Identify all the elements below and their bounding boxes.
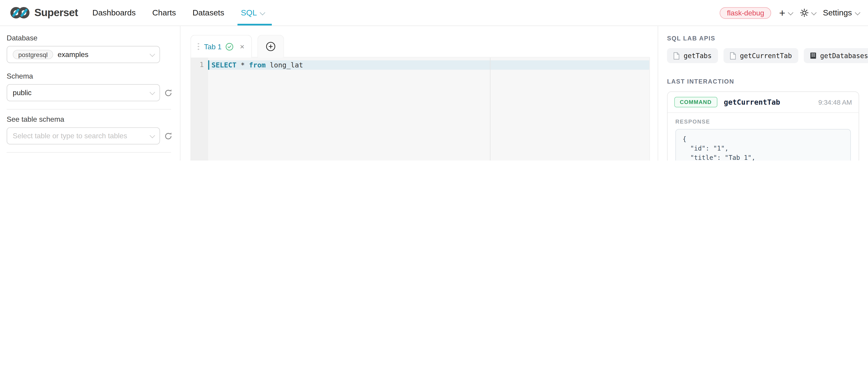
superset-logo[interactable]: Superset — [10, 5, 78, 20]
editor-tabstrip: Tab 1 × — [190, 32, 650, 58]
sql-code-editor[interactable]: 1 SELECT * from long_lat — [191, 58, 649, 161]
theme-toggle[interactable] — [800, 8, 815, 17]
apis-title: SQL LAB APIS — [667, 35, 859, 41]
editor-code-area[interactable]: SELECT * from long_lat — [208, 58, 650, 161]
nav-menu: Dashboards Charts Datasets SQL — [92, 0, 264, 26]
last-interaction-card: COMMAND getCurrentTab 9:34:48 AM RESPONS… — [667, 91, 859, 160]
nav-item-dashboards[interactable]: Dashboards — [92, 0, 136, 26]
sql-keyword: from — [249, 61, 266, 69]
chevron-down-icon — [150, 90, 155, 95]
database-engine-tag: postgresql — [13, 50, 53, 59]
schema-value: public — [13, 89, 32, 97]
refresh-schemas-button[interactable] — [164, 88, 173, 97]
sql-lab-api-panel: SQL LAB APIS getTabs getCurrentTab — [658, 26, 868, 161]
last-interaction-title: LAST INTERACTION — [667, 78, 859, 85]
line-number: 1 — [191, 60, 204, 69]
superset-logo-icon — [10, 5, 30, 20]
get-tabs-label: getTabs — [684, 52, 712, 60]
nav-item-sql[interactable]: SQL — [241, 0, 264, 26]
chevron-down-icon — [811, 9, 816, 15]
cabinet-icon — [810, 52, 816, 59]
get-current-tab-button[interactable]: getCurrentTab — [723, 48, 798, 63]
file-icon — [730, 52, 736, 60]
chevron-down-icon — [855, 9, 860, 15]
api-buttons: getTabs getCurrentTab — [667, 48, 859, 63]
close-tab-icon[interactable]: × — [240, 42, 244, 51]
interaction-body: RESPONSE { "id": "1", "title": "Tab 1", … — [668, 113, 859, 160]
response-json: { "id": "1", "title": "Tab 1", "editor":… — [682, 134, 843, 160]
table-select[interactable]: Select table or type to search tables — [7, 127, 160, 144]
get-tabs-button[interactable]: getTabs — [667, 48, 718, 63]
refresh-icon — [164, 88, 173, 97]
chevron-down-icon — [787, 9, 793, 15]
sidebar-divider — [7, 152, 171, 153]
command-name: getCurrentTab — [724, 98, 780, 106]
chevron-down-icon — [150, 51, 155, 57]
schema-select[interactable]: public — [7, 84, 160, 101]
refresh-icon — [164, 131, 173, 140]
schema-sidebar: Database postgresql examples Schema publ… — [0, 26, 181, 161]
settings-label: Settings — [823, 8, 852, 17]
settings-menu[interactable]: Settings — [823, 8, 859, 17]
sun-icon — [800, 8, 808, 17]
sql-text: * — [237, 61, 249, 69]
response-code-block: { "id": "1", "title": "Tab 1", "editor":… — [675, 129, 851, 161]
database-select[interactable]: postgresql examples — [7, 46, 160, 63]
sql-editor-area: Tab 1 × 1 — [181, 26, 658, 161]
editor-card: 1 SELECT * from long_lat Run LIMIT: 1 00… — [190, 58, 650, 161]
database-label: Database — [7, 34, 175, 42]
schema-label: Schema — [7, 72, 175, 80]
chevron-down-icon — [150, 133, 155, 138]
database-value: examples — [58, 51, 89, 59]
command-badge: COMMAND — [674, 97, 717, 107]
refresh-tables-button[interactable] — [164, 131, 173, 140]
chevron-down-icon — [260, 9, 265, 15]
brand-name: Superset — [34, 7, 78, 19]
navbar: Superset Dashboards Charts Datasets SQL … — [0, 0, 868, 26]
plus-circle-icon — [266, 41, 276, 52]
editor-gutter: 1 — [191, 58, 208, 161]
sql-lab-page: Superset Dashboards Charts Datasets SQL … — [0, 0, 868, 161]
get-databases-label: getDatabases — [820, 52, 868, 60]
command-timestamp: 9:34:48 AM — [818, 98, 852, 106]
sidebar-divider — [7, 109, 171, 109]
check-circle-icon — [225, 42, 234, 51]
drag-handle-icon[interactable] — [197, 43, 199, 50]
sql-keyword: SELECT — [211, 61, 237, 69]
interaction-header: COMMAND getCurrentTab 9:34:48 AM — [668, 92, 859, 113]
table-schema-label: See table schema — [7, 115, 175, 124]
nav-item-sql-label: SQL — [241, 8, 257, 17]
nav-item-datasets[interactable]: Datasets — [193, 0, 224, 26]
new-tab-button[interactable] — [257, 35, 284, 58]
editor-tab-1[interactable]: Tab 1 × — [190, 35, 252, 58]
navbar-right: flask-debug + Settings — [720, 7, 859, 19]
response-label: RESPONSE — [675, 119, 851, 125]
new-item-button[interactable]: + — [779, 7, 792, 18]
file-icon — [673, 52, 680, 60]
editor-tab-title: Tab 1 — [204, 42, 222, 51]
print-margin-line — [490, 58, 490, 161]
plus-icon: + — [779, 7, 785, 18]
sql-statement-line: SELECT * from long_lat — [208, 60, 650, 70]
nav-item-charts[interactable]: Charts — [152, 0, 176, 26]
sql-text: long_lat — [266, 61, 303, 69]
get-current-tab-label: getCurrentTab — [740, 52, 792, 60]
table-select-placeholder: Select table or type to search tables — [13, 132, 127, 140]
get-databases-button[interactable]: getDatabases — [804, 48, 868, 63]
environment-badge: flask-debug — [720, 7, 771, 19]
